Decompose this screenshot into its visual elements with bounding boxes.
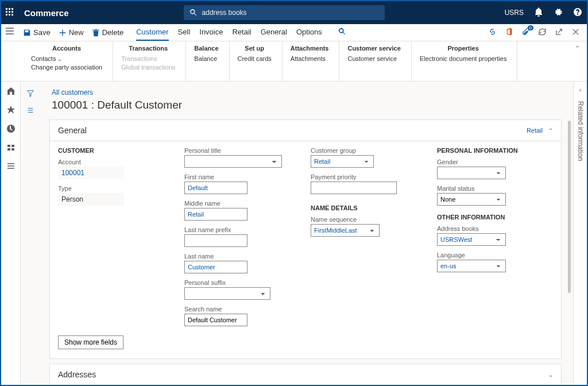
address-books-select[interactable]: USRSWest bbox=[437, 233, 506, 246]
show-more-fields-button[interactable]: Show more fields bbox=[58, 335, 123, 349]
ribbon-item-contacts[interactable]: Contacts⌄ bbox=[31, 55, 102, 62]
payment-priority-input[interactable] bbox=[311, 182, 397, 194]
ribbon-group-setup: Set up Credit cards bbox=[230, 41, 283, 81]
personal-suffix-select[interactable] bbox=[184, 287, 270, 300]
ribbon-item-global-transactions: Global transactions bbox=[121, 64, 175, 71]
product-brand: Commerce bbox=[24, 8, 69, 18]
delete-button[interactable]: Delete bbox=[92, 28, 124, 37]
ribbon-group-properties: Properties Electronic document propertie… bbox=[412, 41, 518, 81]
gear-icon[interactable] bbox=[554, 7, 563, 18]
col-other: PERSONAL INFORMATION Gender Marital stat… bbox=[437, 147, 540, 332]
gender-select[interactable] bbox=[437, 167, 506, 179]
ribbon-item-customer-service[interactable]: Customer service bbox=[347, 55, 400, 62]
tabs-search-icon[interactable] bbox=[338, 28, 346, 37]
ribbon-item-edoc-properties[interactable]: Electronic document properties bbox=[420, 55, 507, 62]
notifications-icon[interactable] bbox=[534, 7, 543, 18]
tab-retail[interactable]: Retail bbox=[232, 24, 251, 41]
tab-options[interactable]: Options bbox=[296, 24, 322, 41]
user-label[interactable]: USRS bbox=[505, 9, 524, 17]
panel-addresses-header[interactable]: Addresses ⌄ bbox=[50, 364, 561, 384]
tab-sell[interactable]: Sell bbox=[178, 24, 191, 41]
col-customer: CUSTOMER Account 100001 Type Person bbox=[58, 147, 161, 332]
chevron-down-icon: ⌄ bbox=[548, 372, 553, 378]
tab-invoice[interactable]: Invoice bbox=[199, 24, 223, 41]
related-info-pane: ‹ Related information bbox=[573, 82, 587, 384]
scrollbar[interactable] bbox=[568, 121, 571, 293]
link-icon[interactable] bbox=[488, 28, 497, 38]
language-select[interactable]: en-us bbox=[437, 260, 506, 272]
home-icon[interactable] bbox=[6, 86, 16, 97]
panel-addresses: Addresses ⌄ bbox=[49, 364, 562, 384]
ribbon-group-transactions: Transactions Transactions Global transac… bbox=[113, 41, 186, 81]
page-content: All customers 100001 : Default Customer … bbox=[40, 82, 573, 384]
close-icon[interactable] bbox=[571, 28, 580, 38]
search-icon bbox=[189, 9, 198, 17]
customer-group-select[interactable]: Retail bbox=[311, 155, 374, 168]
refresh-icon[interactable] bbox=[538, 28, 547, 38]
ribbon: Accounts Contacts⌄ Change party associat… bbox=[1, 41, 587, 82]
col-name: Personal title First name Middle name La… bbox=[184, 147, 288, 332]
ribbon-group-attachments: Attachments Attachments bbox=[283, 41, 340, 81]
attachments-count-icon[interactable]: 0 bbox=[521, 28, 530, 38]
ribbon-group-customer-service: Customer service Customer service bbox=[339, 41, 411, 81]
search-name-input[interactable] bbox=[184, 314, 247, 326]
panel-badge: Retail bbox=[527, 127, 543, 134]
favorites-icon[interactable] bbox=[6, 105, 16, 116]
list-icon[interactable] bbox=[26, 106, 34, 116]
middle-name-input[interactable] bbox=[184, 208, 247, 221]
ribbon-item-credit-cards[interactable]: Credit cards bbox=[238, 55, 272, 62]
last-name-input[interactable] bbox=[184, 261, 247, 273]
command-bar: Save New Delete Customer Sell Invoice Re… bbox=[1, 24, 587, 41]
ribbon-item-balance[interactable]: Balance bbox=[194, 55, 218, 62]
page-title: 100001 : Default Customer bbox=[52, 99, 562, 111]
ribbon-item-attachments[interactable]: Attachments bbox=[291, 55, 329, 62]
account-value: 100001 bbox=[58, 167, 124, 179]
save-button[interactable]: Save bbox=[23, 28, 51, 37]
left-nav-rail bbox=[1, 82, 21, 384]
related-information-tab[interactable]: Related information bbox=[577, 101, 585, 161]
nav-toggle-icon[interactable] bbox=[6, 28, 14, 36]
breadcrumb[interactable]: All customers bbox=[52, 88, 562, 96]
modules-icon[interactable] bbox=[6, 162, 16, 173]
popout-icon[interactable] bbox=[555, 28, 563, 38]
chevron-left-icon[interactable]: ‹ bbox=[579, 86, 582, 93]
workspaces-icon[interactable] bbox=[6, 143, 16, 154]
help-icon[interactable] bbox=[573, 7, 582, 18]
new-button[interactable]: New bbox=[59, 28, 84, 37]
global-search[interactable] bbox=[184, 5, 385, 20]
panel-general-header[interactable]: General Retail ⌃ bbox=[50, 120, 561, 141]
panel-general: General Retail ⌃ CUSTOMER Account 100001 bbox=[49, 119, 562, 359]
tab-general[interactable]: General bbox=[261, 24, 287, 41]
ribbon-collapse-icon[interactable]: ⌃ bbox=[568, 41, 587, 81]
global-search-input[interactable] bbox=[202, 9, 379, 17]
office-icon[interactable] bbox=[505, 28, 513, 38]
ribbon-item-change-party[interactable]: Change party association bbox=[31, 64, 102, 71]
marital-select[interactable]: None bbox=[437, 193, 506, 206]
chevron-up-icon: ⌃ bbox=[548, 128, 553, 134]
filter-icon[interactable] bbox=[26, 90, 34, 99]
first-name-input[interactable] bbox=[184, 182, 247, 194]
global-header: Commerce USRS bbox=[1, 1, 587, 24]
waffle-icon[interactable] bbox=[6, 8, 15, 17]
ribbon-item-transactions: Transactions bbox=[121, 55, 175, 62]
tab-customer[interactable]: Customer bbox=[136, 24, 168, 41]
col-groups: Customer group Retail Payment priority N… bbox=[311, 147, 414, 332]
page-action-rail bbox=[21, 82, 40, 384]
type-value: Person bbox=[58, 193, 124, 206]
lastname-prefix-input[interactable] bbox=[184, 234, 247, 247]
ribbon-group-balance: Balance Balance bbox=[186, 41, 229, 81]
ribbon-group-accounts: Accounts Contacts⌄ Change party associat… bbox=[23, 41, 113, 81]
personal-title-select[interactable] bbox=[184, 155, 282, 168]
recent-icon[interactable] bbox=[6, 124, 16, 135]
name-sequence-select[interactable]: FirstMiddleLast bbox=[311, 224, 380, 237]
